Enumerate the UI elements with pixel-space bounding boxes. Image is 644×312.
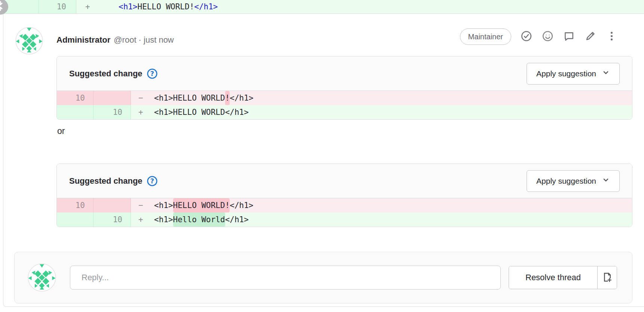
collapse-arrows-icon	[0, 0, 6, 13]
new-line-number	[93, 198, 131, 212]
code-post: </h1>	[225, 212, 249, 227]
role-badge: Maintainer	[460, 28, 511, 45]
current-user-avatar[interactable]	[28, 263, 56, 292]
svg-text:?: ?	[150, 70, 154, 77]
suggestion-header: Suggested change ? Apply suggestion	[57, 164, 632, 198]
add-reaction-button[interactable]	[541, 30, 554, 43]
removed-marker: −	[138, 198, 154, 212]
suggestion-card: Suggested change ? Apply suggestion	[56, 163, 632, 227]
added-code: + <h1>Hello World</h1>	[131, 212, 632, 227]
removed-code: − <h1>HELLO WORLD!</h1>	[131, 91, 632, 105]
diff-code-cell: + <h1>HELLO WORLD!</h1>	[76, 0, 644, 13]
added-marker: +	[85, 0, 119, 13]
old-line-number: 10	[57, 198, 93, 212]
code-removed-fragment: !	[225, 91, 230, 105]
author-avatar[interactable]	[15, 27, 43, 55]
new-line-number: 10	[93, 212, 131, 227]
more-vertical-icon	[606, 30, 617, 43]
note-meta: @root · just now	[114, 35, 174, 45]
svg-text:?: ?	[150, 177, 154, 185]
code-pre: <h1>HELLO WORLD	[154, 91, 225, 105]
apply-suggestion-button[interactable]: Apply suggestion	[527, 170, 620, 192]
apply-suggestion-label: Apply suggestion	[536, 177, 596, 186]
added-marker: +	[138, 212, 154, 227]
suggestion-title: Suggested change	[69, 176, 142, 186]
added-code: + <h1>HELLO WORLD</h1>	[131, 105, 632, 119]
more-actions-button[interactable]	[605, 30, 618, 43]
new-line-number: 10	[93, 105, 131, 119]
suggestion-card: Suggested change ? Apply suggestion	[56, 56, 632, 120]
question-circle-icon[interactable]: ?	[147, 68, 158, 79]
code-pre: <h1>	[154, 212, 173, 227]
suggestion-removed-line: 10 − <h1>HELLO WORLD!</h1>	[57, 91, 632, 105]
apply-suggestion-button[interactable]: Apply suggestion	[527, 63, 620, 85]
old-line-number	[57, 212, 93, 227]
reply-input[interactable]	[70, 266, 501, 290]
note-header: Administrator @root · just now	[56, 33, 174, 47]
added-marker: +	[138, 105, 154, 119]
code-added-fragment: Hello World	[173, 212, 225, 227]
suggestion-added-line: 10 + <h1>HELLO WORLD</h1>	[57, 105, 632, 119]
resolve-thread-button-group: Resolve thread	[509, 266, 617, 289]
code-open-tag: <h1>	[119, 0, 138, 13]
removed-marker: −	[138, 91, 154, 105]
start-thread-button[interactable]	[562, 30, 575, 43]
code-pre: <h1>HELLO WORLD	[154, 105, 225, 119]
code-text: HELLO WORLD!	[138, 0, 194, 13]
chevron-down-icon	[602, 176, 610, 186]
suggestion-header: Suggested change ? Apply suggestion	[57, 56, 632, 91]
suggestion-removed-line: 10 − <h1>HELLO WORLD!</h1>	[57, 198, 632, 212]
suggestion-added-line: 10 + <h1>Hello World</h1>	[57, 212, 632, 227]
create-issue-from-thread-button[interactable]	[597, 266, 617, 289]
edit-comment-button[interactable]	[584, 30, 597, 43]
chevron-down-icon	[602, 68, 610, 79]
new-line-number	[93, 91, 131, 105]
discussion-thread: Administrator @root · just now Maintaine…	[3, 14, 644, 307]
author-name-link[interactable]: Administrator	[56, 35, 110, 45]
edit-pencil-icon	[585, 30, 596, 43]
removed-code: − <h1>HELLO WORLD!</h1>	[131, 198, 632, 212]
old-line-number: 10	[57, 91, 93, 105]
code-post: </h1>	[230, 91, 253, 105]
new-issue-icon	[601, 272, 613, 284]
suggestion-title-row: Suggested change ?	[69, 68, 158, 79]
suggestion-title: Suggested change	[69, 69, 142, 79]
code-pre: <h1>	[154, 198, 173, 212]
emoji-smile-icon	[542, 30, 553, 43]
old-line-number	[57, 105, 93, 119]
resolve-thread-button[interactable]: Resolve thread	[509, 266, 597, 289]
diff-context-line: 10 + <h1>HELLO WORLD!</h1>	[0, 0, 644, 14]
code-post: </h1>	[230, 198, 253, 212]
code-close-tag: </h1>	[194, 0, 218, 13]
apply-suggestion-label: Apply suggestion	[536, 69, 596, 78]
code-post: </h1>	[225, 105, 249, 119]
check-circle-icon	[521, 30, 532, 43]
suggestion-title-row: Suggested change ?	[69, 175, 158, 187]
comment-icon	[563, 30, 575, 43]
new-line-number-cell[interactable]: 10	[39, 0, 76, 13]
note-actions: Maintainer	[460, 28, 618, 45]
reply-bar: Resolve thread	[14, 252, 632, 303]
resolve-check-button[interactable]	[520, 30, 533, 43]
question-circle-icon[interactable]: ?	[147, 175, 158, 187]
code-removed-fragment: HELLO WORLD!	[173, 198, 230, 212]
or-separator: or	[57, 126, 65, 136]
